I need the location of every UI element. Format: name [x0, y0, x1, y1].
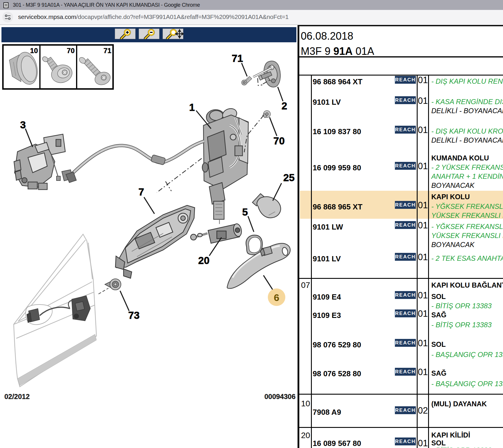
- svg-text:71: 71: [103, 47, 111, 55]
- svg-text:71: 71: [232, 52, 243, 64]
- svg-text:3: 3: [20, 119, 26, 130]
- svg-text:10: 10: [30, 47, 38, 55]
- svg-text:00094306: 00094306: [264, 393, 296, 400]
- svg-text:70: 70: [273, 135, 285, 146]
- svg-text:1: 1: [189, 102, 195, 113]
- svg-text:70: 70: [67, 47, 75, 55]
- svg-text:20: 20: [198, 255, 210, 266]
- svg-text:5: 5: [242, 206, 248, 218]
- svg-text:02/2012: 02/2012: [4, 393, 30, 400]
- svg-text:73: 73: [128, 309, 140, 321]
- svg-text:25: 25: [283, 172, 295, 183]
- svg-text:7: 7: [138, 186, 144, 197]
- svg-text:6: 6: [274, 292, 279, 303]
- svg-text:2: 2: [282, 100, 287, 111]
